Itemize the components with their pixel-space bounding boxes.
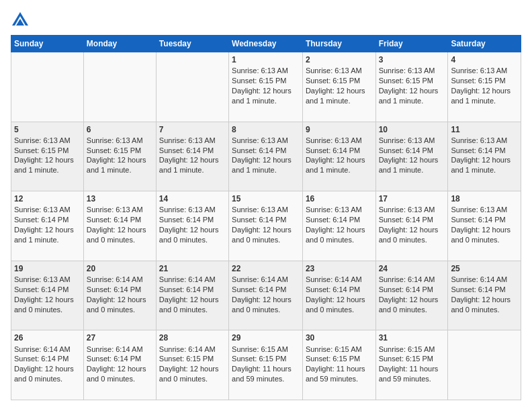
sunrise-text: Sunrise: 6:14 AM — [232, 275, 288, 283]
daylight-text: Daylight: 12 hours and 0 minutes. — [14, 295, 74, 314]
day-number: 1 — [232, 54, 300, 65]
sunset-text: Sunset: 6:14 PM — [232, 216, 286, 224]
sunrise-text: Sunrise: 6:14 AM — [14, 345, 71, 353]
sunrise-text: Sunrise: 6:13 AM — [159, 136, 216, 144]
day-number: 2 — [306, 54, 373, 65]
sunset-text: Sunset: 6:14 PM — [14, 285, 69, 293]
daylight-text: Daylight: 12 hours and 1 minute. — [232, 87, 292, 105]
sunrise-text: Sunrise: 6:14 AM — [159, 275, 216, 283]
day-number: 22 — [232, 263, 300, 274]
day-number: 16 — [306, 193, 373, 204]
sunset-text: Sunset: 6:14 PM — [14, 355, 69, 363]
sunrise-text: Sunrise: 6:13 AM — [14, 136, 71, 144]
calendar-week-row: 26Sunrise: 6:14 AMSunset: 6:14 PMDayligh… — [11, 330, 521, 400]
day-number: 28 — [159, 332, 226, 343]
calendar-day-cell: 26Sunrise: 6:14 AMSunset: 6:14 PMDayligh… — [11, 330, 84, 400]
daylight-text: Daylight: 11 hours and 59 minutes. — [306, 365, 365, 383]
calendar-day-cell: 24Sunrise: 6:14 AMSunset: 6:14 PMDayligh… — [375, 261, 448, 330]
sunset-text: Sunset: 6:14 PM — [232, 146, 286, 154]
calendar-week-row: 1Sunrise: 6:13 AMSunset: 6:15 PMDaylight… — [11, 52, 521, 122]
sunrise-text: Sunrise: 6:13 AM — [306, 66, 362, 75]
calendar-day-cell: 13Sunrise: 6:13 AMSunset: 6:14 PMDayligh… — [83, 191, 156, 261]
sunrise-text: Sunrise: 6:15 AM — [232, 345, 288, 353]
daylight-text: Daylight: 12 hours and 0 minutes. — [451, 226, 511, 244]
day-number: 14 — [159, 193, 226, 204]
daylight-text: Daylight: 12 hours and 1 minute. — [232, 156, 292, 174]
day-number: 20 — [87, 263, 153, 274]
day-number: 18 — [451, 193, 518, 204]
calendar-day-cell: 30Sunrise: 6:15 AMSunset: 6:15 PMDayligh… — [302, 330, 375, 400]
calendar-day-cell — [11, 52, 84, 122]
sunrise-text: Sunrise: 6:13 AM — [232, 136, 288, 144]
calendar-day-cell: 20Sunrise: 6:14 AMSunset: 6:14 PMDayligh… — [83, 261, 156, 330]
sunset-text: Sunset: 6:14 PM — [379, 285, 433, 293]
day-number: 17 — [379, 193, 445, 204]
weekday-header-cell: Thursday — [302, 36, 375, 52]
daylight-text: Daylight: 12 hours and 1 minute. — [87, 156, 146, 174]
daylight-text: Daylight: 12 hours and 1 minute. — [14, 156, 74, 174]
daylight-text: Daylight: 12 hours and 1 minute. — [14, 226, 74, 244]
sunrise-text: Sunrise: 6:13 AM — [379, 66, 435, 75]
calendar-day-cell: 1Sunrise: 6:13 AMSunset: 6:15 PMDaylight… — [229, 52, 303, 122]
sunrise-text: Sunrise: 6:14 AM — [159, 345, 216, 353]
calendar-day-cell: 19Sunrise: 6:13 AMSunset: 6:14 PMDayligh… — [11, 261, 84, 330]
calendar-day-cell: 31Sunrise: 6:15 AMSunset: 6:15 PMDayligh… — [375, 330, 448, 400]
sunset-text: Sunset: 6:15 PM — [306, 77, 360, 85]
sunrise-text: Sunrise: 6:15 AM — [306, 345, 362, 353]
day-number: 13 — [87, 193, 153, 204]
sunset-text: Sunset: 6:15 PM — [232, 77, 286, 85]
sunrise-text: Sunrise: 6:13 AM — [232, 66, 288, 75]
daylight-text: Daylight: 11 hours and 59 minutes. — [232, 365, 292, 383]
day-number: 12 — [14, 193, 81, 204]
sunrise-text: Sunrise: 6:14 AM — [306, 275, 362, 283]
day-number: 26 — [14, 332, 81, 343]
daylight-text: Daylight: 11 hours and 59 minutes. — [379, 365, 439, 383]
day-number: 27 — [87, 332, 153, 343]
weekday-header-cell: Monday — [83, 36, 156, 52]
daylight-text: Daylight: 12 hours and 0 minutes. — [232, 226, 292, 244]
day-number: 25 — [451, 263, 518, 274]
daylight-text: Daylight: 12 hours and 0 minutes. — [379, 226, 439, 244]
sunrise-text: Sunrise: 6:13 AM — [306, 136, 362, 144]
daylight-text: Daylight: 12 hours and 0 minutes. — [159, 365, 219, 383]
day-number: 7 — [159, 124, 226, 135]
sunset-text: Sunset: 6:15 PM — [232, 355, 286, 363]
daylight-text: Daylight: 12 hours and 1 minute. — [159, 156, 219, 174]
calendar-table: SundayMondayTuesdayWednesdayThursdayFrid… — [11, 35, 521, 400]
sunset-text: Sunset: 6:14 PM — [379, 146, 433, 154]
calendar-day-cell: 27Sunrise: 6:14 AMSunset: 6:14 PMDayligh… — [83, 330, 156, 400]
daylight-text: Daylight: 12 hours and 0 minutes. — [159, 226, 219, 244]
calendar-day-cell: 10Sunrise: 6:13 AMSunset: 6:14 PMDayligh… — [375, 122, 448, 191]
calendar-day-cell: 12Sunrise: 6:13 AMSunset: 6:14 PMDayligh… — [11, 191, 84, 261]
calendar-day-cell: 28Sunrise: 6:14 AMSunset: 6:15 PMDayligh… — [156, 330, 228, 400]
calendar-day-cell: 3Sunrise: 6:13 AMSunset: 6:15 PMDaylight… — [375, 52, 448, 122]
sunset-text: Sunset: 6:14 PM — [14, 216, 69, 224]
day-number: 29 — [232, 332, 300, 343]
sunrise-text: Sunrise: 6:13 AM — [451, 66, 507, 75]
sunset-text: Sunset: 6:14 PM — [159, 146, 214, 154]
day-number: 9 — [306, 124, 373, 135]
day-number: 19 — [14, 263, 81, 274]
daylight-text: Daylight: 12 hours and 0 minutes. — [159, 295, 219, 314]
sunset-text: Sunset: 6:15 PM — [87, 146, 141, 154]
sunrise-text: Sunrise: 6:14 AM — [87, 345, 143, 353]
calendar-day-cell: 7Sunrise: 6:13 AMSunset: 6:14 PMDaylight… — [156, 122, 228, 191]
calendar-day-cell: 21Sunrise: 6:14 AMSunset: 6:14 PMDayligh… — [156, 261, 228, 330]
day-number: 6 — [87, 124, 153, 135]
sunrise-text: Sunrise: 6:13 AM — [451, 205, 507, 214]
sunrise-text: Sunrise: 6:13 AM — [306, 205, 362, 214]
calendar-day-cell: 4Sunrise: 6:13 AMSunset: 6:15 PMDaylight… — [448, 52, 521, 122]
sunrise-text: Sunrise: 6:14 AM — [451, 275, 507, 283]
sunrise-text: Sunrise: 6:13 AM — [379, 205, 435, 214]
calendar-week-row: 5Sunrise: 6:13 AMSunset: 6:15 PMDaylight… — [11, 122, 521, 191]
day-number: 3 — [379, 54, 445, 65]
sunset-text: Sunset: 6:15 PM — [451, 77, 505, 85]
daylight-text: Daylight: 12 hours and 0 minutes. — [451, 295, 511, 314]
calendar-day-cell: 6Sunrise: 6:13 AMSunset: 6:15 PMDaylight… — [83, 122, 156, 191]
sunrise-text: Sunrise: 6:13 AM — [87, 136, 143, 144]
sunset-text: Sunset: 6:14 PM — [379, 216, 433, 224]
sunset-text: Sunset: 6:14 PM — [232, 285, 286, 293]
sunset-text: Sunset: 6:14 PM — [159, 285, 214, 293]
calendar-day-cell: 8Sunrise: 6:13 AMSunset: 6:14 PMDaylight… — [229, 122, 303, 191]
daylight-text: Daylight: 12 hours and 0 minutes. — [14, 365, 74, 383]
